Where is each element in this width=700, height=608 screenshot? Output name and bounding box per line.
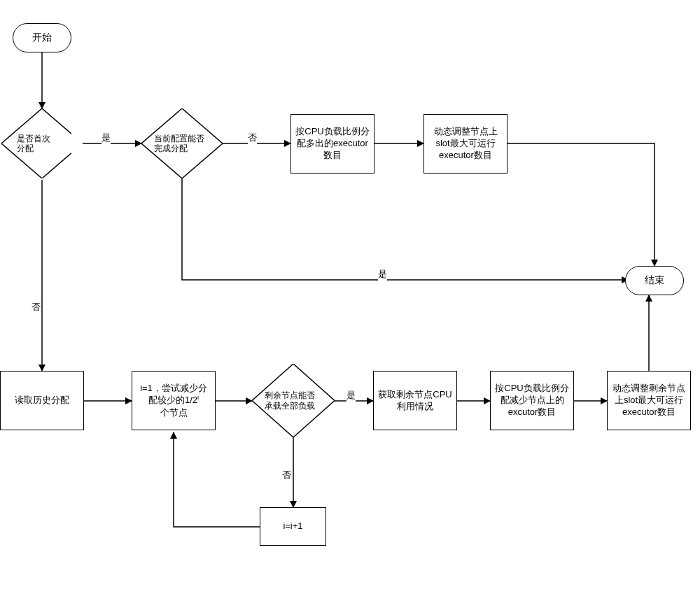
decision-first-time: 是否首次分配 bbox=[1, 108, 71, 178]
process-allocate-reduced-executor: 按CPU负载比例分配减少节点上的excutor数目 bbox=[490, 371, 574, 430]
decision-label: 剩余节点能否承载全部负载 bbox=[252, 364, 335, 437]
edge-label-yes: 是 bbox=[346, 389, 356, 402]
process-try-reduce-nodes: i=1，尝试减少分配较少的1/2i个节点 bbox=[132, 371, 216, 430]
decision-label: 是否首次分配 bbox=[1, 108, 71, 178]
edge-label-no: 否 bbox=[282, 469, 291, 481]
end-terminator: 结束 bbox=[625, 266, 684, 295]
process-adjust-slot-max: 动态调整节点上slot最大可运行executor数目 bbox=[424, 114, 507, 174]
edge-label-yes: 是 bbox=[102, 132, 111, 144]
edge-label-no: 否 bbox=[31, 301, 41, 313]
flow-arrows bbox=[0, 0, 700, 608]
process-allocate-extra-executor: 按CPU负载比例分配多出的executor数目 bbox=[290, 114, 374, 174]
decision-label: 当前配置能否完成分配 bbox=[141, 108, 223, 178]
process-read-history: 读取历史分配 bbox=[0, 371, 84, 430]
text: i=1，尝试减少分配较少的1/2i个节点 bbox=[140, 383, 207, 419]
decision-config-can-allocate: 当前配置能否完成分配 bbox=[141, 108, 223, 178]
process-adjust-remaining-slot: 动态调整剩余节点上slot最大可运行executor数目 bbox=[607, 371, 691, 430]
start-terminator: 开始 bbox=[13, 23, 71, 52]
process-increment-i: i=i+1 bbox=[260, 507, 326, 546]
decision-remaining-can-carry: 剩余节点能否承载全部负载 bbox=[252, 364, 335, 437]
edge-label-no: 否 bbox=[248, 132, 257, 144]
process-get-remaining-cpu: 获取剩余节点CPU利用情况 bbox=[373, 371, 457, 430]
edge-label-yes: 是 bbox=[378, 268, 387, 281]
